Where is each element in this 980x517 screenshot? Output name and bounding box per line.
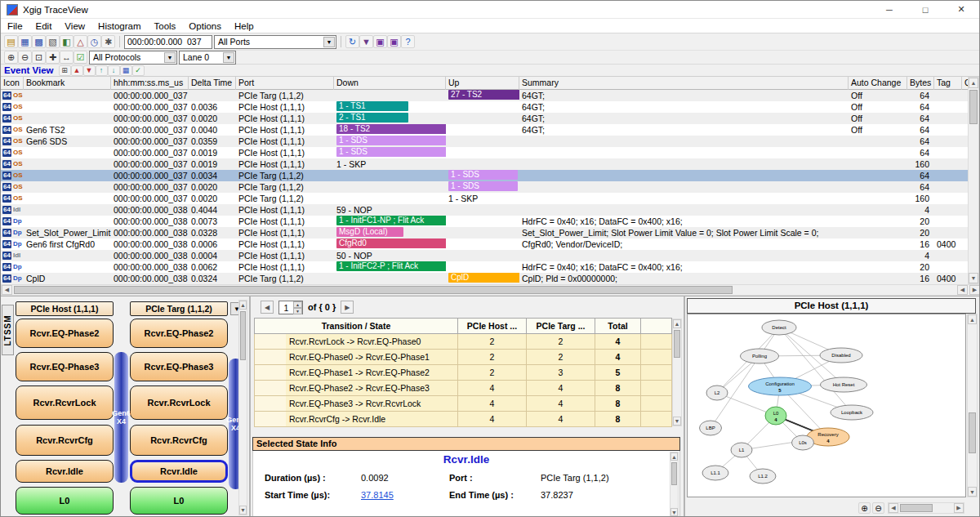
info-vscrollbar[interactable]: ▲ ▼ <box>670 452 679 517</box>
diagram-node-l1-2[interactable]: L1.2 <box>750 469 776 484</box>
trigger-icon[interactable]: △ <box>74 35 87 48</box>
transition-row[interactable]: Rcvr.EQ-Phase1 -> Rcvr.EQ-Phase2235 <box>254 365 672 381</box>
scroll-up-icon[interactable]: ▲ <box>239 301 247 310</box>
scroll-thumb[interactable] <box>671 462 677 485</box>
diagram-zoom-in-icon[interactable]: ⊕ <box>858 502 871 514</box>
event-table-row[interactable]: 64OS000:00:00.000_0370.0036PCIe Host (1,… <box>1 101 969 113</box>
protocols-dropdown[interactable]: All Protocols ▼ <box>89 51 177 65</box>
event-table-row[interactable]: 64OS000:00:00.000_0370.0019PCIe Host (1,… <box>1 158 969 170</box>
analyzer-view-icon[interactable]: ▣ <box>387 35 401 48</box>
event-table-row[interactable]: 64OS000:00:00.000_0370.0019PCIe Host (1,… <box>1 147 969 158</box>
next-error-icon[interactable]: ↓ <box>108 65 120 76</box>
menu-file[interactable]: File <box>1 19 29 33</box>
open-trace-icon[interactable]: ▤ <box>4 35 18 48</box>
diagram-node-l1-1[interactable]: L1.1 <box>702 466 728 480</box>
ltssm-col1-header[interactable]: PCIe Targ (1,1,2) <box>130 301 228 316</box>
diagram-node-l0s[interactable]: L0s <box>792 435 814 450</box>
zoom-in-icon[interactable]: ⊕ <box>4 51 18 64</box>
close-button[interactable]: ✕ <box>943 1 979 19</box>
start-time-value[interactable]: 37.8145 <box>361 490 449 500</box>
capture-icon[interactable]: ◧ <box>60 35 74 48</box>
transition-row[interactable]: Rcvr.RcvrLock -> Rcvr.EQ-Phase0224 <box>254 334 672 350</box>
diagram-node-l2[interactable]: L2 <box>706 386 728 400</box>
scroll-down-icon[interactable]: ▼ <box>673 417 681 426</box>
diagram-node-detect[interactable]: Detect <box>762 320 796 335</box>
spin-up-icon[interactable]: ▲ <box>293 301 302 308</box>
scroll-up-icon[interactable]: ▲ <box>969 78 978 88</box>
zoom-fit-icon[interactable]: ⊡ <box>32 51 46 64</box>
event-table-row[interactable]: 64Idl000:00:00.000_0380.0004PCIe Host (1… <box>1 250 969 261</box>
event-table-row[interactable]: 64OS000:00:00.000_0370.0020PCIe Targ (1,… <box>1 193 969 204</box>
diagram-node-configuration[interactable]: Configuration5 <box>749 377 812 395</box>
help-icon[interactable]: ? <box>401 35 415 48</box>
settings-gear-icon[interactable]: ✱ <box>101 35 115 48</box>
col-summary[interactable]: Summary <box>519 77 849 90</box>
menu-view[interactable]: View <box>58 19 91 33</box>
minimize-button[interactable]: ─ <box>871 1 907 19</box>
scroll-left-icon[interactable]: ◀ <box>889 503 898 513</box>
next-page-icon[interactable]: ▶ <box>341 301 354 314</box>
diagram-node-loopback[interactable]: Loopback <box>831 405 873 420</box>
event-table-vscrollbar[interactable]: ▲ ▼ <box>968 77 979 284</box>
scroll-down-icon[interactable]: ▼ <box>670 508 678 516</box>
ltssm-state-l0[interactable]: L0 <box>130 487 228 515</box>
event-table-row[interactable]: 64OSGen6 SDS000:00:00.000_0370.0359PCIe … <box>1 136 969 147</box>
ltssm-vscrollbar[interactable]: ▲ ▼ <box>238 300 247 515</box>
scroll-thumb[interactable] <box>674 330 680 358</box>
col-pcie-host[interactable]: PCIe Host ... <box>458 318 527 334</box>
event-table-row[interactable]: 64OS000:00:00.000_0370.0020PCIe Targ (1,… <box>1 181 969 193</box>
prev-page-icon[interactable]: ◀ <box>261 301 274 314</box>
event-table-row[interactable]: 64DpGen6 first CfgRd0000:00:00.000_0380.… <box>1 238 969 250</box>
scroll-up-icon[interactable]: ▲ <box>968 314 977 324</box>
expert-view-icon[interactable]: ▣ <box>373 35 387 48</box>
prev-bookmark-icon[interactable]: ▲ <box>71 65 83 76</box>
ltssm-state-rcvr-eq-phase3[interactable]: Rcvr.EQ-Phase3 <box>130 352 228 381</box>
ltssm-state-rcvr-eq-phase2[interactable]: Rcvr.EQ-Phase2 <box>130 319 228 348</box>
save-all-icon[interactable]: ▩ <box>32 35 46 48</box>
diagram-node-hot-reset[interactable]: Hot Reset <box>821 377 867 392</box>
expand-all-icon[interactable]: ⊞ <box>59 65 71 76</box>
scroll-thumb[interactable] <box>14 286 733 294</box>
scroll-down-icon[interactable]: ▼ <box>968 487 977 497</box>
refresh-icon[interactable]: ↻ <box>345 35 359 48</box>
scroll-down-icon[interactable]: ▼ <box>239 506 247 515</box>
diagram-node-lbp[interactable]: LBP <box>700 421 722 435</box>
event-table-row[interactable]: 64Dp000:00:00.000_0380.0073PCIe Host (1,… <box>1 216 969 227</box>
col-pcie-targ[interactable]: PCIe Targ ... <box>527 318 595 334</box>
col-total[interactable]: Total <box>595 318 641 334</box>
columns-config-icon[interactable]: ▦ <box>120 65 132 76</box>
menu-tools[interactable]: Tools <box>147 19 182 33</box>
col-icon[interactable]: Icon <box>1 77 24 90</box>
menu-help[interactable]: Help <box>228 19 261 33</box>
transition-row[interactable]: Rcvr.EQ-Phase3 -> Rcvr.RcvrLock448 <box>254 396 672 412</box>
menu-edit[interactable]: Edit <box>29 19 59 33</box>
transition-row[interactable]: Rcvr.EQ-Phase0 -> Rcvr.EQ-Phase1224 <box>254 350 672 365</box>
pan-icon[interactable]: ✚ <box>46 51 60 64</box>
scroll-left-icon[interactable]: ◀ <box>2 285 12 295</box>
page-spinner[interactable]: 1 ▲▼ <box>278 301 303 314</box>
ltssm-state-rcvr-rcvrlock[interactable]: Rcvr.RcvrLock <box>130 386 228 420</box>
ltssm-state-rcvr-rcvrcfg[interactable]: Rcvr.RcvrCfg <box>16 425 114 456</box>
scroll-left-icon-2[interactable]: ◀ <box>957 285 968 295</box>
scroll-thumb[interactable] <box>969 90 978 124</box>
col-up[interactable]: Up <box>446 77 519 90</box>
protocols-filter-icon[interactable]: ☑ <box>74 51 87 64</box>
col-time[interactable]: hhh:mm:ss.ms_us <box>111 77 189 90</box>
lane-dropdown[interactable]: Lane 0 ▼ <box>179 51 236 65</box>
scroll-down-icon[interactable]: ▼ <box>969 273 978 283</box>
scroll-up-icon[interactable]: ▲ <box>670 452 678 461</box>
spin-down-icon[interactable]: ▼ <box>293 308 302 314</box>
diagram-node-l1[interactable]: L1 <box>731 443 752 457</box>
print-icon[interactable]: ▧ <box>46 35 60 48</box>
ports-dropdown[interactable]: All Ports ▼ <box>214 35 336 49</box>
event-table-row[interactable]: 64OS000:00:00.000_037PCIe Targ (1,1,2)27… <box>1 90 969 101</box>
event-table-row[interactable]: 64DpSet_Slot_Power_Limit000:00:00.000_03… <box>1 227 969 238</box>
scroll-thumb[interactable] <box>969 412 976 453</box>
event-table-row[interactable]: 64OS000:00:00.000_0370.0034PCIe Targ (1,… <box>1 170 969 181</box>
col-delta[interactable]: Delta Time <box>189 77 236 90</box>
col-auto-change[interactable]: Auto Change <box>849 77 907 90</box>
filter-icon[interactable]: ▼ <box>359 35 373 48</box>
menu-options[interactable]: Options <box>182 19 228 33</box>
chevron-down-icon[interactable]: ▼ <box>164 52 176 63</box>
event-table-row[interactable]: 64OSGen6 TS2000:00:00.000_0370.0040PCIe … <box>1 124 969 136</box>
